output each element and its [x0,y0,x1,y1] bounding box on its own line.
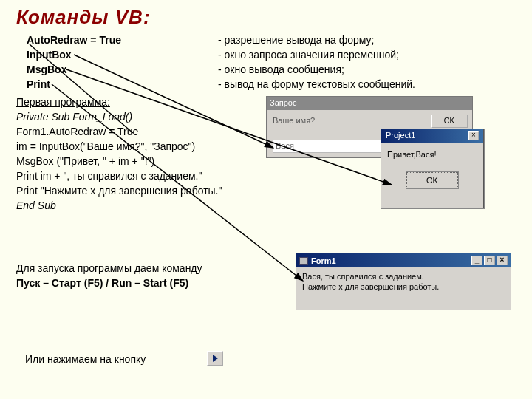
desc-print: - вывод на форму текстовых сообщений. [218,78,415,90]
code-line-5: Print im + ", ты справился с заданием." [16,170,202,182]
inputbox-prompt: Ваше имя? [273,116,315,125]
msgbox-ok-button[interactable]: OK [406,172,458,188]
code-line-7: End Sub [16,200,56,211]
code-line-3: im = InputBox("Ваше имя?", "Запрос") [16,140,195,152]
cmd-autoredraw: AutoRedraw = True [27,34,121,46]
close-button[interactable]: × [497,256,508,265]
form1-window: Form1 _ □ × Вася, ты справился с задание… [296,253,511,310]
form1-line-1: Вася, ты справился с заданием. [302,271,505,282]
start-button[interactable] [207,351,223,366]
code-line-1: Private Sub Form_Load() [16,111,132,123]
msgbox-window: Project1 × Привет,Вася! OK [381,129,484,208]
minimize-button[interactable]: _ [471,256,482,265]
run-text-1: Для запуска программы даем команду [16,262,202,274]
form1-line-2: Нажмите x для завершения работы. [302,282,505,292]
cmd-print: Print [27,78,50,90]
form1-content: Вася, ты справился с заданием. Нажмите x… [296,267,511,296]
cmd-msgbox: MsgBox [27,64,66,75]
code-line-4: MsgBox ("Привет, " + im + "!") [16,155,154,167]
form1-titlebar: Form1 _ □ × [296,253,511,267]
inputbox-title: Запрос [267,97,472,110]
msgbox-text: Привет,Вася! [381,143,483,162]
msgbox-titlebar: Project1 × [381,129,483,143]
desc-autoredraw: - разрешение вывода на форму; [218,34,374,46]
msgbox-title: Project1 [386,131,415,141]
code-line-2: Form1.AutoRedraw = True [16,126,138,137]
maximize-button[interactable]: □ [484,256,495,265]
cmd-inputbox: InputBox [27,49,72,61]
inputbox-ok-button[interactable]: OK [431,115,468,128]
run-text-2: Пуск – Старт (F5) / Run – Start (F5) [16,277,188,289]
msgbox-close-button[interactable]: × [468,131,479,140]
play-icon [213,355,218,362]
page-title: Команды VB: [16,6,151,29]
program-heading: Первая программа: [16,96,110,108]
desc-msgbox: - окно вывода сообщения; [218,64,344,75]
or-text: Или нажимаем на кнопку [25,353,146,365]
form-icon [299,257,308,265]
desc-inputbox: - окно запроса значения переменной; [218,49,399,61]
form1-title: Form1 [311,256,336,265]
code-line-6: Print "Нажмите x для завершения работы." [16,185,222,197]
